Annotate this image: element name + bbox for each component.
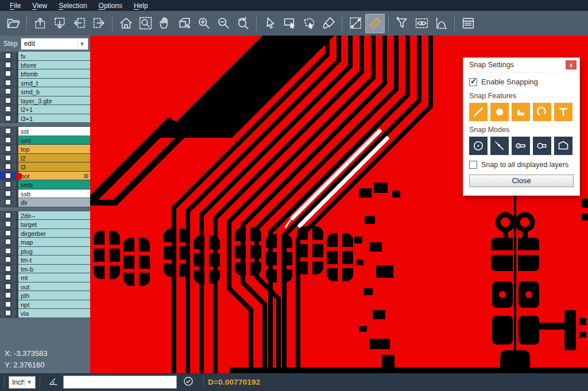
pan-down-icon[interactable] xyxy=(50,14,69,33)
layer-name[interactable]: ssb xyxy=(18,189,90,199)
layer-checkbox-cell[interactable] xyxy=(0,247,16,256)
units-select[interactable]: Inch ▼ xyxy=(9,376,36,389)
area-zoom-icon[interactable] xyxy=(175,14,194,33)
layer-checkbox-cell[interactable] xyxy=(0,198,16,207)
layer-checkbox[interactable] xyxy=(5,190,11,197)
layer-checkbox[interactable] xyxy=(5,52,11,59)
layer-checkbox[interactable] xyxy=(5,106,11,113)
layer-checkbox-cell[interactable] xyxy=(0,52,16,61)
layer-checkbox[interactable] xyxy=(5,292,11,299)
layer-name[interactable]: bfsmb xyxy=(18,69,90,79)
layer-name[interactable]: smd_b xyxy=(18,87,90,96)
layer-checkbox-cell[interactable] xyxy=(0,105,16,114)
snap-center-icon[interactable] xyxy=(469,137,488,155)
layer-checkbox[interactable] xyxy=(5,172,11,179)
layer-checkbox-cell[interactable] xyxy=(0,87,16,96)
layer-checkbox[interactable] xyxy=(5,88,11,95)
layer-name[interactable]: l2+1 xyxy=(18,105,90,114)
apply-check-icon[interactable] xyxy=(183,375,194,389)
layer-checkbox-cell[interactable] xyxy=(0,79,16,88)
layer-name[interactable]: tm-t xyxy=(18,255,90,265)
layer-checkbox-cell[interactable] xyxy=(0,154,16,163)
select-cursor-icon[interactable] xyxy=(260,14,280,33)
open-file-icon[interactable] xyxy=(3,14,23,33)
zoom-in-icon[interactable] xyxy=(194,14,214,33)
zoom-out-icon[interactable] xyxy=(214,14,233,33)
layer-checkbox-cell[interactable] xyxy=(0,273,16,282)
layer-checkbox[interactable] xyxy=(5,309,11,316)
layer-checkbox[interactable] xyxy=(5,301,11,308)
layer-name[interactable]: l3 xyxy=(18,162,90,172)
command-input[interactable] xyxy=(63,375,177,389)
layer-checkbox-cell[interactable] xyxy=(0,96,16,106)
layer-name[interactable]: fx xyxy=(18,52,90,61)
layer-checkbox[interactable] xyxy=(5,230,11,237)
layer-name[interactable]: l2 xyxy=(18,154,90,163)
menu-help[interactable]: Help xyxy=(129,1,153,11)
menu-options[interactable]: Options xyxy=(94,1,127,11)
layer-name[interactable]: map xyxy=(18,238,90,247)
layer-name[interactable]: smb xyxy=(18,180,90,189)
layer-checkbox-cell[interactable] xyxy=(0,282,16,292)
layer-name[interactable]: dirgerber xyxy=(18,229,90,238)
report-icon[interactable] xyxy=(458,14,478,33)
layer-checkbox-cell[interactable] xyxy=(0,180,16,189)
layer-name[interactable]: sst xyxy=(18,127,90,136)
layer-checkbox[interactable] xyxy=(5,274,11,281)
layer-checkbox[interactable] xyxy=(5,79,11,86)
layer-checkbox[interactable] xyxy=(5,212,11,219)
snap-dialog-title-bar[interactable]: Snap Settings x xyxy=(463,58,579,72)
ruler-icon[interactable] xyxy=(365,14,385,33)
snap-round-pad-icon[interactable] xyxy=(490,103,509,121)
layer-checkbox[interactable] xyxy=(5,199,11,206)
layer-checkbox-cell[interactable] xyxy=(0,172,16,181)
clean-brush-icon[interactable] xyxy=(319,14,338,33)
layer-name[interactable]: smd_t xyxy=(18,79,90,88)
layer-name[interactable]: tm-b xyxy=(18,265,90,274)
layer-name[interactable]: bfsmt xyxy=(18,61,90,70)
snap-close-button[interactable]: Close xyxy=(469,175,574,187)
layer-checkbox-cell[interactable] xyxy=(0,238,16,247)
layer-name[interactable]: pth xyxy=(18,291,90,300)
pan-up-icon[interactable] xyxy=(30,14,50,33)
layer-checkbox[interactable] xyxy=(5,70,11,77)
layer-checkbox[interactable] xyxy=(5,154,11,161)
snap-slot-right-icon[interactable] xyxy=(533,137,551,155)
view-box-icon[interactable] xyxy=(412,14,431,33)
home-view-icon[interactable] xyxy=(116,14,136,33)
layer-checkbox-cell[interactable] xyxy=(0,189,16,199)
zoom-fit-icon[interactable] xyxy=(136,14,155,33)
layer-checkbox[interactable] xyxy=(5,163,11,170)
measure-line-icon[interactable] xyxy=(346,14,365,33)
layer-checkbox-cell[interactable] xyxy=(0,145,16,154)
enable-snapping-checkbox[interactable] xyxy=(469,78,477,86)
layer-checkbox-cell[interactable] xyxy=(0,220,16,229)
poly-select-icon[interactable] xyxy=(299,14,319,33)
layer-name[interactable]: 2dir-- xyxy=(18,211,90,220)
layer-checkbox[interactable] xyxy=(5,220,11,227)
layer-checkbox[interactable] xyxy=(5,247,11,254)
snap-text-icon[interactable] xyxy=(554,103,572,121)
layer-name[interactable]: plug xyxy=(18,247,90,256)
layer-name[interactable]: l3+1 xyxy=(18,114,90,123)
close-icon[interactable]: x xyxy=(566,60,577,69)
layer-name[interactable]: npt xyxy=(18,300,90,309)
layer-checkbox-cell[interactable] xyxy=(0,69,16,79)
path-measure-icon[interactable] xyxy=(431,14,451,33)
snap-arc-icon[interactable] xyxy=(533,103,551,121)
snap-contour-icon[interactable] xyxy=(554,137,572,155)
layer-checkbox-cell[interactable] xyxy=(0,61,16,70)
layer-checkbox[interactable] xyxy=(5,265,11,272)
layer-name[interactable]: via xyxy=(18,309,90,318)
layer-checkbox-cell[interactable] xyxy=(0,229,16,238)
layer-name[interactable]: target xyxy=(18,220,90,229)
layer-checkbox[interactable] xyxy=(5,238,11,245)
layer-name[interactable]: layer_3.gbr xyxy=(18,96,90,106)
layer-checkbox[interactable] xyxy=(5,127,11,134)
layer-checkbox-cell[interactable] xyxy=(0,291,16,300)
layer-checkbox-cell[interactable] xyxy=(0,211,16,220)
snap-slot-left-icon[interactable] xyxy=(512,137,530,155)
layer-checkbox-cell[interactable] xyxy=(0,127,16,136)
snap-point-on-line-icon[interactable] xyxy=(490,137,509,155)
pan-right-icon[interactable] xyxy=(89,14,109,33)
